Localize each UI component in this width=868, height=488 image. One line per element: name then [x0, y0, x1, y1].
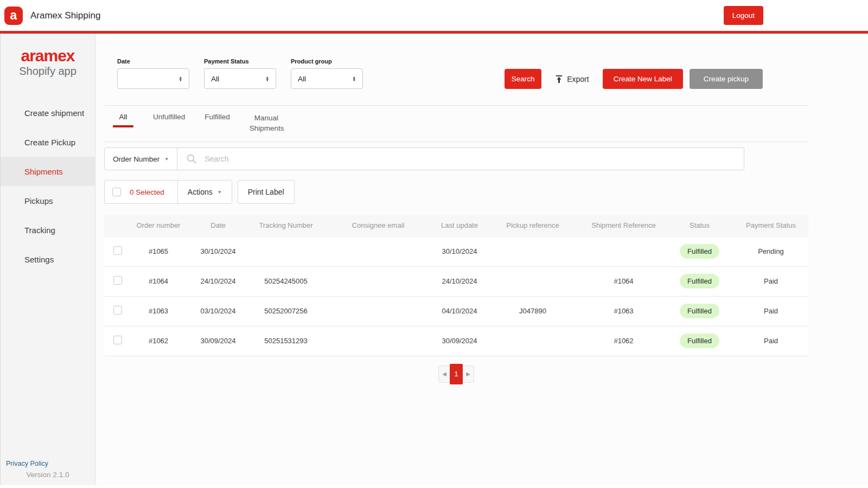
sidebar-item-create-pickup[interactable]: Create Pickup — [1, 127, 95, 157]
search-input[interactable] — [205, 155, 744, 163]
status-badge: Fulfilled — [680, 333, 719, 348]
cell-consignee-email — [321, 296, 435, 326]
date-filter-select[interactable]: ▲▼ — [117, 68, 189, 89]
table-row: #1064 24/10/2024 50254245005 24/10/2024 … — [104, 266, 808, 296]
cell-payment-status: Paid — [733, 326, 808, 356]
sidebar: aramex Shopify app Create shipment Creat… — [1, 34, 95, 485]
date-filter-field: Date ▲▼ — [117, 58, 189, 89]
cell-last-update: 24/10/2024 — [435, 266, 484, 296]
cell-order-number: #1065 — [131, 236, 186, 266]
header-payment-status: Payment Status — [733, 215, 808, 236]
cell-last-update: 30/10/2024 — [435, 236, 484, 266]
export-label: Export — [567, 75, 589, 84]
tab-label: Fulfilled — [205, 113, 230, 121]
print-label-button[interactable]: Print Label — [238, 180, 295, 204]
sidebar-footer: Privacy Policy Version 2.1.0 — [1, 460, 95, 479]
status-badge: Fulfilled — [680, 274, 719, 288]
status-badge: Fulfilled — [680, 244, 719, 259]
cell-order-number: #1064 — [131, 266, 186, 296]
table-row: #1063 03/10/2024 50252007256 04/10/2024 … — [104, 296, 808, 326]
table-row: #1065 30/10/2024 30/10/2024 Fulfilled Pe… — [104, 236, 808, 266]
product-group-filter-select[interactable]: All ▲▼ — [291, 68, 363, 89]
payment-status-filter-field: Payment Status All ▲▼ — [204, 58, 276, 89]
filters-row: Date ▲▼ Payment Status All ▲▼ Product gr… — [104, 58, 763, 89]
date-filter-label: Date — [117, 58, 189, 65]
cell-payment-status: Pending — [733, 236, 808, 266]
privacy-policy-link[interactable]: Privacy Policy — [1, 460, 95, 467]
search-button[interactable]: Search — [505, 69, 541, 89]
cell-last-update: 30/09/2024 — [435, 326, 484, 356]
select-all-checkbox[interactable] — [112, 188, 121, 196]
sidebar-logo: aramex Shopify app — [1, 34, 95, 78]
cell-shipment-reference: #1064 — [582, 266, 666, 296]
row-checkbox[interactable] — [113, 336, 122, 344]
export-button[interactable]: Export — [555, 75, 589, 84]
row-checkbox[interactable] — [113, 246, 122, 255]
cell-pickup-reference: J047890 — [484, 296, 582, 326]
cell-tracking-number: 50252007256 — [251, 296, 321, 326]
table-header: Order number Date Tracking Number Consig… — [104, 215, 808, 236]
cell-consignee-email — [321, 326, 435, 356]
cell-shipment-reference: #1063 — [582, 296, 666, 326]
payment-status-filter-value: All — [211, 75, 219, 83]
tab-fulfilled[interactable]: Fulfilled — [205, 113, 230, 142]
app-title: Aramex Shipping — [30, 10, 100, 21]
search-field-selector-value: Order Number — [113, 155, 159, 163]
cell-date: 24/10/2024 — [186, 266, 251, 296]
cell-tracking-number: 50251531293 — [251, 326, 321, 356]
tab-label: All — [119, 113, 127, 121]
cell-pickup-reference — [484, 236, 582, 266]
sidebar-item-label: Settings — [24, 255, 54, 264]
header-pickup-reference: Pickup reference — [484, 215, 582, 236]
current-page-button[interactable]: 1 — [450, 364, 463, 384]
sidebar-item-shipments[interactable]: Shipments — [1, 157, 95, 186]
product-group-filter-value: All — [298, 75, 306, 83]
cell-consignee-email — [321, 266, 435, 296]
cell-tracking-number — [251, 236, 321, 266]
cell-order-number: #1062 — [131, 326, 186, 356]
tab-all[interactable]: All — [113, 113, 133, 142]
tab-manual-shipments[interactable]: Manual Shipments — [250, 113, 283, 142]
search-segment — [177, 148, 744, 170]
product-group-filter-label: Product group — [291, 58, 363, 65]
cell-order-number: #1063 — [131, 296, 186, 326]
stepper-icon: ▲▼ — [266, 76, 269, 82]
create-pickup-button[interactable]: Create pickup — [690, 69, 763, 89]
cell-date: 30/10/2024 — [186, 236, 251, 266]
logout-button[interactable]: Logout — [724, 6, 763, 25]
cell-payment-status: Paid — [733, 266, 808, 296]
sidebar-item-label: Shipments — [24, 167, 63, 176]
triangle-right-icon: ▶ — [466, 371, 470, 377]
create-new-label-button[interactable]: Create New Label — [603, 69, 683, 89]
sidebar-item-create-shipment[interactable]: Create shipment — [1, 98, 95, 127]
caret-down-icon: ▼ — [218, 190, 222, 195]
search-icon — [186, 153, 197, 165]
sidebar-item-settings[interactable]: Settings — [1, 245, 95, 274]
row-checkbox[interactable] — [113, 276, 122, 285]
row-checkbox[interactable] — [113, 306, 122, 314]
sidebar-item-tracking[interactable]: Tracking — [1, 215, 95, 245]
cell-pickup-reference — [484, 266, 582, 296]
sidebar-item-pickups[interactable]: Pickups — [1, 186, 95, 215]
cell-shipment-reference — [582, 236, 666, 266]
cell-shipment-reference: #1062 — [582, 326, 666, 356]
payment-status-filter-label: Payment Status — [204, 58, 276, 65]
action-buttons: Search Export Create New Label Create pi… — [505, 69, 763, 89]
shopify-app-label: Shopify app — [1, 65, 95, 78]
version-label: Version 2.1.0 — [1, 471, 95, 479]
caret-down-icon: ▼ — [164, 157, 169, 162]
active-tab-underline — [113, 125, 133, 127]
search-field-selector-dropdown[interactable]: Order Number ▼ — [105, 148, 177, 170]
tab-unfulfilled[interactable]: Unfulfilled — [153, 113, 185, 142]
actions-dropdown-button[interactable]: Actions ▼ — [177, 181, 232, 203]
next-page-button[interactable]: ▶ — [462, 365, 474, 383]
selection-toolbar: 0 Selected Actions ▼ Print Label — [104, 180, 868, 204]
header-shipment-reference: Shipment Reference — [582, 215, 666, 236]
main-content: Date ▲▼ Payment Status All ▲▼ Product gr… — [95, 34, 868, 485]
tab-label: Manual Shipments — [250, 114, 284, 132]
prev-page-button[interactable]: ◀ — [438, 365, 450, 383]
header-tracking-number: Tracking Number — [251, 215, 321, 236]
sidebar-item-label: Tracking — [24, 226, 55, 235]
aramex-logo-icon: a — [4, 7, 23, 25]
payment-status-filter-select[interactable]: All ▲▼ — [204, 68, 276, 89]
